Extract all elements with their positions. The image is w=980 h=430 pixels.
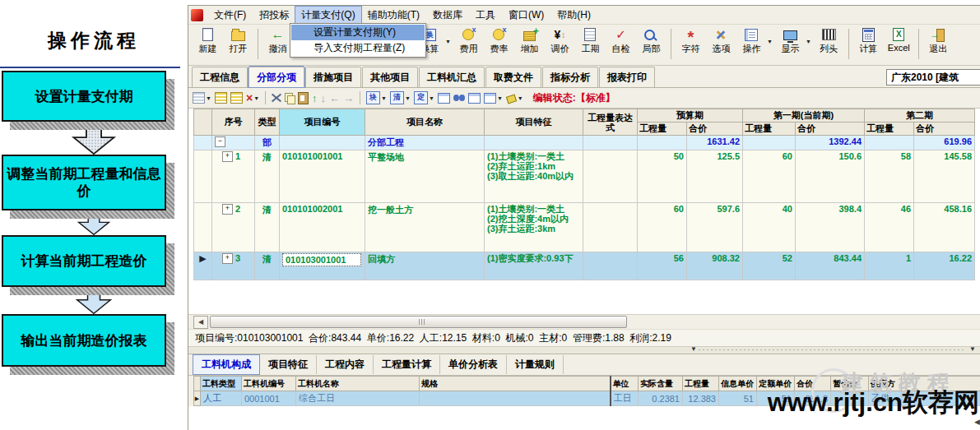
options-button[interactable]: 选项 <box>706 27 736 55</box>
splitter-arrow-icon[interactable]: ▼ <box>969 345 976 353</box>
scroll-left-arrow-icon[interactable]: ◀ <box>193 316 208 329</box>
menu-measurement-payment[interactable]: 计量支付(Q) <box>295 7 360 24</box>
filter-grid-icon[interactable] <box>438 91 450 104</box>
column-header-button[interactable]: 列头 <box>814 27 844 55</box>
horizontal-scrollbar[interactable]: ◀ <box>188 314 980 329</box>
delete-icon[interactable]: ×▼ <box>246 91 259 104</box>
code-edit-cell[interactable]: 010103001001 <box>282 253 361 266</box>
menu-aux-functions[interactable]: 辅助功能(T) <box>361 6 426 25</box>
pane-splitter[interactable]: ▼ ▼ <box>188 346 980 354</box>
partial-button[interactable]: 局部 <box>636 27 666 55</box>
collapse-toggle-icon[interactable]: − <box>215 136 225 147</box>
table-row[interactable]: +1 清 010101001001 平整场地 (1)土壤类别:一类土 (2)弃土… <box>194 150 975 203</box>
move-down-icon[interactable]: ↓ <box>321 91 327 104</box>
col-labor-type[interactable]: 工料类型 <box>201 377 242 391</box>
col-header-name[interactable]: 项目名称 <box>365 109 485 136</box>
table-row-section[interactable]: − 部 分部工程 1631.42 1392.44 619.96 <box>194 136 975 150</box>
copy-icon[interactable] <box>285 91 295 104</box>
subcol-quantity[interactable]: 工程量 <box>638 123 687 136</box>
schedule-button[interactable]: 工期 <box>575 27 606 55</box>
exit-button[interactable]: 退出 <box>923 27 954 55</box>
tab-labor-material-composition[interactable]: 工料机构成 <box>193 354 260 375</box>
subcol-amount[interactable]: 合价 <box>687 123 743 136</box>
cut-icon[interactable] <box>272 91 281 104</box>
tree-expand-icon[interactable] <box>215 91 227 104</box>
menu-help[interactable]: 帮助(H) <box>550 6 597 25</box>
col-labor-code[interactable]: 工料机编号 <box>242 377 296 391</box>
characters-button[interactable]: * 字符 <box>676 27 706 55</box>
col-header-expression[interactable]: 工程量表达式 <box>583 109 638 136</box>
col-quantity[interactable]: 工程量 <box>683 377 719 391</box>
window-layout2-icon[interactable]: ▼ <box>484 91 503 104</box>
tab-work-content[interactable]: 工程内容 <box>317 355 374 374</box>
splitter-arrow-icon[interactable]: ▼ <box>690 345 697 353</box>
subcol-amount[interactable]: 合价 <box>914 123 975 136</box>
expand-toggle-icon[interactable]: + <box>222 204 233 215</box>
paint-fill-icon[interactable]: ▼ <box>506 91 523 104</box>
expand-toggle-icon[interactable]: + <box>222 151 233 162</box>
tab-unit-price-analysis[interactable]: 单价分析表 <box>440 355 507 374</box>
tab-index-analysis[interactable]: 指标分析 <box>542 67 598 87</box>
col-labor-name[interactable]: 工料机名称 <box>296 377 420 391</box>
group-header-period-2[interactable]: 第二期 <box>865 109 975 123</box>
subcol-amount[interactable]: 合价 <box>796 123 865 136</box>
menu-item-set-payment-period[interactable]: 设置计量支付期(Y) <box>291 25 425 40</box>
clear-tool-icon[interactable]: 清▼ <box>390 91 411 104</box>
menu-database[interactable]: 数据库 <box>426 6 469 25</box>
group-header-budget-period[interactable]: 预算期 <box>638 109 743 123</box>
display-button[interactable]: 显示 <box>775 27 806 55</box>
adjust-price-button[interactable]: ¥↕ 调价 <box>545 27 575 55</box>
table-row-selected[interactable]: ▶ +3 清 010103001001 回填方 (1)密实度要求:0.93下 5… <box>194 252 975 280</box>
new-button[interactable]: 新建 <box>193 27 223 55</box>
tab-measure-items[interactable]: 措施项目 <box>305 67 361 87</box>
block-tool-icon[interactable]: 块▼ <box>366 91 387 104</box>
operations-dropdown-caret[interactable]: ▼ <box>767 39 773 44</box>
col-actual-content[interactable]: 实际含量 <box>639 377 683 391</box>
paste-icon[interactable] <box>298 91 309 104</box>
menu-file[interactable]: 文件(F) <box>207 6 253 25</box>
col-info-price[interactable]: 信息单价 <box>719 377 757 391</box>
scrollbar-thumb[interactable] <box>210 316 627 328</box>
col-spec[interactable]: 规格 <box>420 377 611 391</box>
corner-cell[interactable] <box>194 109 212 136</box>
tab-report-print[interactable]: 报表打印 <box>599 67 655 87</box>
tree-level-icon[interactable]: ▼ <box>193 91 211 104</box>
col-header-code[interactable]: 项目编号 <box>280 109 365 136</box>
open-button[interactable]: 打开 <box>223 27 253 55</box>
rate-button[interactable]: 费率 <box>484 27 514 55</box>
tab-quantity-calc[interactable]: 工程量计算 <box>374 355 440 374</box>
excel-button[interactable]: X Excel <box>884 27 914 53</box>
col-unit[interactable]: 单位 <box>611 377 639 391</box>
tab-item-feature[interactable]: 项目特征 <box>260 355 317 374</box>
convert-dropdown-caret[interactable]: ▼ <box>445 39 451 44</box>
col-header-feature[interactable]: 项目特征 <box>485 109 583 136</box>
col-header-seq[interactable]: 序号 <box>212 109 255 136</box>
menu-bidding[interactable]: 招投标 <box>253 6 295 25</box>
menu-window[interactable]: 窗口(W) <box>502 6 550 25</box>
window-layout-icon[interactable] <box>468 91 481 104</box>
tab-labor-material-summary[interactable]: 工料机汇总 <box>419 67 485 87</box>
subcol-quantity[interactable]: 工程量 <box>743 123 796 136</box>
self-check-button[interactable]: ✓ 自检 <box>606 27 636 55</box>
add-button[interactable]: 增加 <box>514 27 545 55</box>
calculate-button[interactable]: 计算 <box>853 27 884 55</box>
move-left-icon[interactable]: ← <box>329 91 340 104</box>
tab-subsection-items[interactable]: 分部分项 <box>248 67 304 87</box>
subcol-quantity[interactable]: 工程量 <box>865 123 914 136</box>
expand-toggle-icon[interactable]: + <box>222 253 233 264</box>
tab-measurement-rules[interactable]: 计量规则 <box>507 355 564 374</box>
menu-item-import-period-quantity[interactable]: 导入支付期工程量(Z) <box>291 40 425 56</box>
operations-button[interactable]: 操作 <box>736 27 767 55</box>
quota-profile-select[interactable]: 广东2010 [建筑 <box>886 69 980 86</box>
move-up-icon[interactable]: ↑ <box>312 91 318 104</box>
display-dropdown-caret[interactable]: ▼ <box>806 39 811 44</box>
fix-tool-icon[interactable]: 定▼ <box>414 91 434 104</box>
col-header-type[interactable]: 类型 <box>255 109 280 136</box>
find-binoculars-icon[interactable] <box>453 91 465 104</box>
table-row[interactable]: +2 清 010101002001 挖一般土方 (1)土壤类别:一类土 (2)挖… <box>194 203 975 252</box>
undo-button[interactable]: ← 撤消 <box>262 27 293 55</box>
move-right-icon[interactable]: → <box>343 91 354 104</box>
group-header-period-1[interactable]: 第一期(当前期) <box>743 109 865 123</box>
tab-fee-file[interactable]: 取费文件 <box>485 67 541 87</box>
cost-button[interactable]: 费用 <box>453 27 484 55</box>
